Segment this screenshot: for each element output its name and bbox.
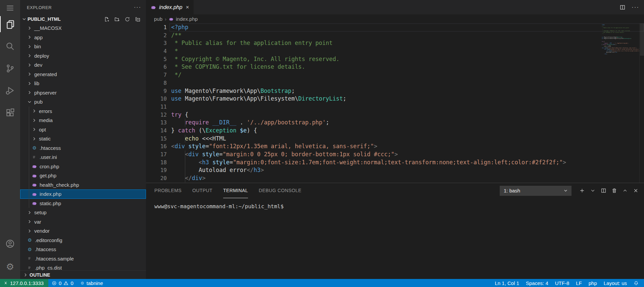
tree-item-static[interactable]: static xyxy=(20,134,146,144)
code-line-1[interactable]: 1<?php xyxy=(146,23,644,32)
extensions-icon[interactable] xyxy=(0,105,20,121)
code-line-12[interactable]: 12try { xyxy=(146,111,644,119)
tree-item-errors[interactable]: errors xyxy=(20,107,146,116)
maximize-panel-icon[interactable] xyxy=(622,188,628,193)
split-editor-icon[interactable] xyxy=(620,4,626,10)
code-line-6[interactable]: 6 * See COPYING.txt for license details. xyxy=(146,63,644,71)
port-forward-status[interactable]: 127.0.0.1:3333 xyxy=(0,279,48,287)
tree-item-macosx[interactable]: __MACOSX xyxy=(20,23,146,33)
breadcrumb-item-pub[interactable]: pub xyxy=(154,16,162,22)
status-encoding[interactable]: UTF-8 xyxy=(552,279,573,287)
code-text: try { xyxy=(167,111,188,119)
code-line-17[interactable]: 17 <div style="margin:0 0 25px 0; border… xyxy=(146,151,644,159)
code-editor[interactable]: 1<?php2/**3 * Public alias for the appli… xyxy=(146,23,644,183)
tree-item-lib[interactable]: lib xyxy=(20,79,146,88)
settings-gear-icon[interactable]: ⚙ xyxy=(0,259,20,275)
tree-item-pub[interactable]: pub xyxy=(20,97,146,107)
panel-tab-problems[interactable]: PROBLEMS xyxy=(154,183,182,198)
minimap[interactable]: <?php/** * Public alias for the applicat… xyxy=(602,24,639,74)
tab-label: index.php xyxy=(159,4,182,10)
code-line-4[interactable]: 4 * xyxy=(146,47,644,55)
root-folder-name: PUBLIC_HTML xyxy=(28,16,104,22)
code-text: <div style="margin:0 0 25px 0; border-bo… xyxy=(167,151,398,159)
notifications-status[interactable] xyxy=(630,279,644,287)
new-folder-icon[interactable] xyxy=(114,16,120,22)
tree-item-generated[interactable]: generated xyxy=(20,70,146,79)
folder-section-header[interactable]: PUBLIC_HTML xyxy=(20,15,146,23)
new-terminal-icon[interactable] xyxy=(579,188,585,193)
account-icon[interactable] xyxy=(0,236,20,252)
explorer-more-actions-icon[interactable]: ··· xyxy=(134,4,141,10)
tabnine-status[interactable]: tabnine xyxy=(77,279,106,287)
kill-terminal-icon[interactable] xyxy=(611,188,617,193)
close-tab-icon[interactable]: × xyxy=(185,4,190,10)
code-line-5[interactable]: 5 * Copyright © Magento, Inc. All rights… xyxy=(146,55,644,63)
terminal-shell-select[interactable]: 1: bash xyxy=(500,186,572,196)
status-keyboard-layout[interactable]: Layout: us xyxy=(600,279,630,287)
explorer-icon[interactable] xyxy=(0,16,20,32)
refresh-explorer-icon[interactable] xyxy=(125,16,130,22)
breadcrumb-item-index-php[interactable]: index.php xyxy=(169,16,198,22)
tree-item-user-ini[interactable]: .user.ini xyxy=(20,153,146,162)
terminal[interactable]: www@svc-magentocommand-ml:~/public_html$ xyxy=(146,198,644,279)
tree-item-dev[interactable]: dev xyxy=(20,60,146,70)
tree-item-editorconfig[interactable]: ⚙.editorconfig xyxy=(20,236,146,245)
code-line-20[interactable]: 20 </div> xyxy=(146,174,644,182)
code-line-13[interactable]: 13 require __DIR__ . '/../app/bootstrap.… xyxy=(146,119,644,127)
tree-item-bin[interactable]: bin xyxy=(20,42,146,51)
code-line-19[interactable]: 19 Autoload error</h3> xyxy=(146,166,644,174)
panel-tab-output[interactable]: OUTPUT xyxy=(192,183,212,198)
outline-section-header[interactable]: OUTLINE xyxy=(20,270,146,279)
tree-item-phpserver[interactable]: phpserver xyxy=(20,88,146,98)
new-file-icon[interactable] xyxy=(104,16,109,22)
code-line-9[interactable]: 9use Magento\Framework\App\Bootstrap; xyxy=(146,87,644,95)
status-indentation[interactable]: Spaces: 4 xyxy=(523,279,552,287)
status-cursor-position[interactable]: Ln 1, Col 1 xyxy=(491,279,523,287)
code-line-10[interactable]: 10use Magento\Framework\App\Filesystem\D… xyxy=(146,95,644,103)
tree-item-htaccess-sample[interactable]: .htaccess.sample xyxy=(20,254,146,264)
tree-item-deploy[interactable]: deploy xyxy=(20,51,146,61)
code-line-14[interactable]: 14} catch (\Exception $e) { xyxy=(146,127,644,135)
code-line-16[interactable]: 16<div style="font:12px/1.35em arial, he… xyxy=(146,142,644,151)
code-line-15[interactable]: 15 echo <<<HTML xyxy=(146,135,644,143)
collapse-folders-icon[interactable] xyxy=(135,16,141,22)
code-line-8[interactable]: 8 xyxy=(146,79,644,87)
line-number: 11 xyxy=(146,103,167,111)
search-icon[interactable] xyxy=(0,38,20,54)
more-actions-icon[interactable]: ··· xyxy=(632,4,639,11)
source-control-icon[interactable] xyxy=(0,60,20,76)
tree-item-cron-php[interactable]: cron.php xyxy=(20,162,146,171)
tree-item-media[interactable]: media xyxy=(20,116,146,125)
problems-status[interactable]: 0 0 xyxy=(48,279,77,287)
code-line-11[interactable]: 11 xyxy=(146,103,644,111)
code-text: * See COPYING.txt for license details. xyxy=(167,63,305,71)
tree-item-var[interactable]: var xyxy=(20,217,146,227)
tab-index-php[interactable]: index.php × xyxy=(146,0,194,14)
split-terminal-icon[interactable] xyxy=(601,188,606,193)
tree-item-vendor[interactable]: vendor xyxy=(20,226,146,236)
tree-item-php-cs-dist[interactable]: .php_cs.dist xyxy=(20,263,146,270)
tree-item-app[interactable]: app xyxy=(20,33,146,42)
code-line-18[interactable]: 18 <h3 style="margin:0;font-size:1.7em;f… xyxy=(146,159,644,167)
code-line-7[interactable]: 7 */ xyxy=(146,71,644,79)
tree-item-get-php[interactable]: get.php xyxy=(20,171,146,180)
tree-item-htaccess[interactable]: ⚙.htaccess xyxy=(20,245,146,254)
run-debug-icon[interactable] xyxy=(0,82,20,99)
status-eol[interactable]: LF xyxy=(573,279,585,287)
panel-tab-debug-console[interactable]: DEBUG CONSOLE xyxy=(259,183,301,198)
close-panel-icon[interactable] xyxy=(633,188,639,193)
menu-icon[interactable] xyxy=(0,0,20,16)
panel-tab-terminal[interactable]: TERMINAL xyxy=(223,183,248,198)
status-language-mode[interactable]: php xyxy=(585,279,600,287)
tree-item-opt[interactable]: opt xyxy=(20,125,146,134)
chevron-right-icon xyxy=(27,210,32,215)
terminal-dropdown-icon[interactable] xyxy=(590,188,596,193)
tree-item-index-php[interactable]: index.php xyxy=(20,189,146,199)
editor-scrollbar[interactable] xyxy=(639,23,644,183)
tree-item-health-check-php[interactable]: health_check.php xyxy=(20,180,146,190)
tree-item-setup[interactable]: setup xyxy=(20,208,146,217)
tree-item-htaccess[interactable]: ⚙.htaccess xyxy=(20,144,146,153)
code-line-2[interactable]: 2/** xyxy=(146,32,644,40)
code-line-3[interactable]: 3 * Public alias for the application ent… xyxy=(146,39,644,47)
tree-item-static-php[interactable]: static.php xyxy=(20,199,146,208)
